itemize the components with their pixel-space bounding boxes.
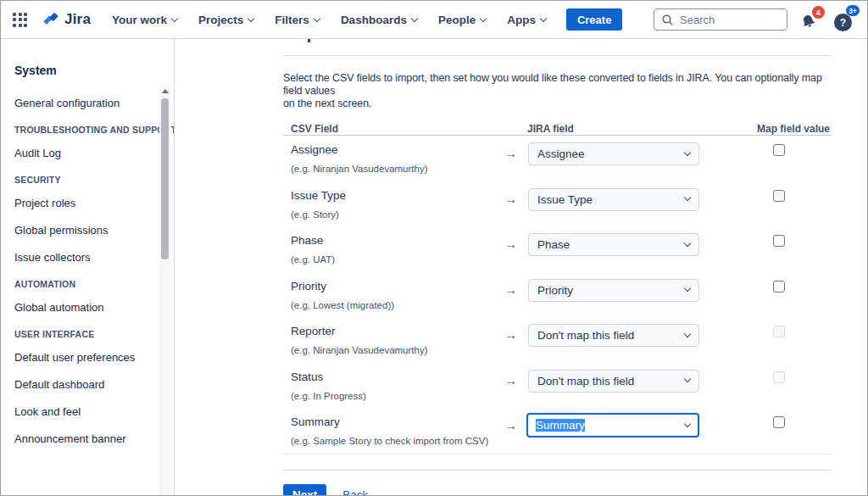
sidebar-item-global-permissions[interactable]: Global permissions [14, 225, 157, 237]
sidebar-item-default-dashboard[interactable]: Default dashboard [14, 379, 157, 391]
chevron-down-icon [248, 14, 254, 21]
app-switcher-icon[interactable] [13, 13, 27, 27]
nav-people[interactable]: People [438, 14, 486, 26]
sidebar-section-user-interface: USER INTERFACE [14, 329, 157, 339]
title-divider [283, 55, 832, 56]
nav-your-work[interactable]: Your work [112, 14, 177, 26]
table-bottom-divider [283, 454, 832, 454]
description-line-1: Select the CSV fields to import, then se… [283, 72, 822, 97]
nav-right-cluster: Search 4 ? 3+ [654, 8, 855, 31]
sidebar-item-issue-collectors[interactable]: Issue collectors [14, 252, 157, 264]
map-field-value-checkbox[interactable] [773, 416, 785, 428]
header-map-field-value: Map field value [757, 123, 830, 135]
map-field-value-checkbox[interactable] [773, 281, 785, 293]
csv-field-example: (e.g. Lowest (migrated)) [291, 300, 504, 311]
csv-field-cell: Phase (e.g. UAT) [291, 233, 504, 265]
map-field-cell [773, 415, 785, 428]
chevron-down-icon [684, 194, 691, 201]
chevron-down-icon [480, 14, 487, 21]
top-navigation: Jira Your work Projects Filters Dashboar… [1, 1, 867, 39]
table-row-issue-type: Issue Type (e.g. Story) Issue Type [283, 181, 832, 227]
map-field-value-checkbox-disabled [773, 326, 785, 337]
csv-field-label: Phase [291, 233, 504, 248]
csv-field-label: Assignee [291, 142, 504, 157]
nav-dashboards[interactable]: Dashboards [341, 14, 417, 26]
nav-projects[interactable]: Projects [198, 14, 253, 26]
map-field-cell [773, 233, 785, 247]
table-row-priority: Priority (e.g. Lowest (migrated)) Priori… [283, 272, 832, 318]
chevron-down-icon [171, 14, 178, 21]
map-field-value-checkbox[interactable] [773, 190, 785, 202]
nav-label: People [438, 14, 476, 26]
csv-field-example: (e.g. Story) [291, 209, 504, 220]
nav-label: Apps [507, 14, 536, 26]
arrow-right-icon [504, 142, 528, 164]
nav-filters[interactable]: Filters [275, 14, 320, 26]
jira-field-select[interactable]: Issue Type [528, 188, 699, 211]
page-title-clipped: Map fields [283, 39, 832, 45]
csv-field-label: Status [291, 370, 504, 384]
nav-apps[interactable]: Apps [507, 14, 546, 26]
table-row-reporter: Reporter (e.g. Niranjan Vasudevamurthy) … [283, 317, 832, 363]
map-field-cell [773, 324, 785, 337]
search-icon [661, 14, 674, 26]
map-field-cell [773, 142, 785, 156]
create-button[interactable]: Create [566, 8, 622, 31]
sidebar-item-audit-log[interactable]: Audit Log [14, 148, 157, 159]
map-field-cell [773, 279, 785, 293]
map-field-value-checkbox[interactable] [773, 144, 785, 156]
arrow-right-icon [504, 233, 528, 255]
csv-field-label: Summary [291, 415, 504, 429]
csv-field-example: (e.g. Niranjan Vasudevamurthy) [291, 345, 504, 356]
jira-field-select[interactable]: Phase [528, 233, 699, 256]
jira-logo[interactable]: Jira [42, 10, 91, 29]
form-actions: Next Back [283, 484, 832, 495]
table-row-status: Status (e.g. In Progress) Don't map this… [283, 363, 832, 409]
sidebar-item-announcement-banner[interactable]: Announcement banner [14, 433, 157, 445]
arrow-right-icon [504, 188, 528, 210]
notifications-button[interactable]: 4 [799, 8, 821, 31]
sidebar-item-general-configuration[interactable]: General configuration [14, 98, 157, 109]
search-input[interactable]: Search [654, 8, 787, 31]
section-divider [283, 470, 832, 471]
map-field-value-checkbox[interactable] [773, 235, 785, 247]
sidebar-scrollbar[interactable] [159, 86, 170, 495]
map-field-cell [773, 370, 785, 383]
select-value: Issue Type [537, 193, 593, 206]
jira-field-select[interactable]: Don't map this field [528, 370, 699, 393]
description-line-2: on the next screen. [283, 98, 371, 109]
csv-field-cell: Reporter (e.g. Niranjan Vasudevamurthy) [291, 324, 504, 356]
back-link[interactable]: Back [342, 488, 368, 495]
map-field-cell [773, 188, 785, 202]
csv-field-cell: Status (e.g. In Progress) [291, 370, 504, 402]
sidebar-item-project-roles[interactable]: Project roles [14, 198, 157, 209]
settings-sidebar: System General configuration TROUBLESHOO… [1, 39, 175, 495]
scrollbar-thumb[interactable] [161, 98, 169, 259]
sidebar-item-look-and-feel[interactable]: Look and feel [14, 406, 157, 418]
next-button[interactable]: Next [283, 484, 326, 495]
select-value: Phase [537, 238, 570, 251]
csv-field-cell: Issue Type (e.g. Story) [291, 188, 504, 220]
csv-field-label: Reporter [291, 324, 504, 338]
csv-field-example: (e.g. UAT) [291, 254, 504, 265]
table-row-summary: Summary (e.g. Sample Story to check impo… [283, 408, 832, 454]
jira-field-select[interactable]: Assignee [528, 142, 699, 165]
csv-field-label: Priority [291, 279, 504, 293]
chevron-down-icon [684, 376, 691, 382]
arrow-right-icon [504, 324, 528, 346]
table-row-phase: Phase (e.g. UAT) Phase [283, 226, 832, 272]
scroll-up-arrow-icon[interactable] [162, 89, 169, 93]
help-button[interactable]: ? 3+ [833, 8, 855, 31]
jira-field-select[interactable]: Priority [528, 279, 699, 302]
jira-field-select[interactable]: Don't map this field [528, 324, 699, 347]
sidebar-title: System [14, 64, 157, 77]
table-header: CSV Field JIRA field Map field value [283, 122, 832, 136]
help-badge: 3+ [846, 5, 860, 16]
header-jira-field: JIRA field [527, 123, 757, 135]
sidebar-item-default-user-preferences[interactable]: Default user preferences [14, 352, 157, 364]
sidebar-item-global-automation[interactable]: Global automation [14, 302, 157, 314]
arrow-right-icon [504, 415, 528, 437]
jira-admin-window: Jira Your work Projects Filters Dashboar… [0, 0, 868, 496]
jira-field-select-focused[interactable]: Summary [526, 413, 699, 437]
select-value-highlighted: Summary [536, 419, 585, 432]
